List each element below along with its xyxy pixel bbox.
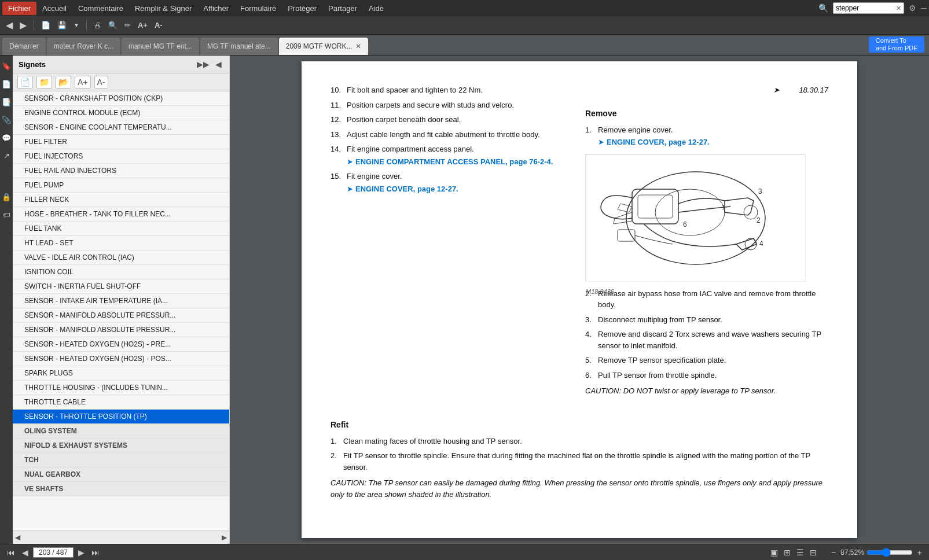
signet-item-ecm[interactable]: ENGINE CONTROL MODULE (ECM)	[13, 106, 229, 120]
svg-text:3: 3	[758, 187, 762, 196]
annot-btn[interactable]: ✏	[122, 20, 133, 31]
bookmark-icon[interactable]: 🔖	[0, 60, 13, 72]
remove-step6-text: Pull TP sensor from throttle spindle.	[598, 370, 717, 381]
signet-text-smaller-btn[interactable]: A-	[94, 76, 108, 89]
signet-item-filler-neck[interactable]: FILLER NECK	[13, 193, 229, 207]
find-btn[interactable]: 🔍	[106, 20, 120, 31]
first-page-btn[interactable]: ⏮	[5, 548, 17, 557]
tag-icon[interactable]: 🏷	[1, 209, 12, 221]
signet-item-sensor-ho2s-pre[interactable]: SENSOR - HEATED OXYGEN (HO2S) - PRE...	[13, 337, 229, 352]
sidebar-close-btn[interactable]: ◀	[214, 59, 223, 69]
sidebar-toolbar: 📄 📁 📂 A+ A-	[13, 73, 229, 91]
convert-btn[interactable]: Convert To and From PDF	[869, 36, 924, 53]
text-minus-btn[interactable]: A-	[152, 20, 165, 31]
minimize-icon[interactable]: ─	[921, 3, 927, 13]
search-clear-icon[interactable]: ✕	[896, 5, 901, 12]
step15-link[interactable]: ENGINE COVER, page 12-27.	[355, 183, 458, 195]
menu-aide[interactable]: Aide	[363, 2, 390, 15]
content-area[interactable]: ➤ 18.30.17 Remove 1. Remove engine cover…	[230, 56, 929, 544]
print-btn[interactable]: 🖨	[91, 20, 104, 31]
search-bar[interactable]: ✕	[833, 2, 904, 14]
tab-close-icon[interactable]: ✕	[355, 42, 361, 50]
signet-item-sensor-tp[interactable]: SENSOR - THROTTLE POSITION (TP)	[13, 410, 229, 424]
lock-icon[interactable]: 🔒	[0, 191, 13, 203]
signet-collapse-btn[interactable]: 📂	[56, 76, 71, 89]
menu-afficher[interactable]: Afficher	[197, 2, 234, 15]
signet-item-manual-gearbox[interactable]: NUAL GEARBOX	[13, 467, 229, 482]
zoom-out-btn[interactable]: −	[829, 548, 838, 557]
layers-icon[interactable]: 📑	[0, 96, 13, 108]
signet-item-fuel-tank[interactable]: FUEL TANK	[13, 222, 229, 236]
scroll-right-icon[interactable]: ▶	[222, 533, 227, 541]
signet-item-fuel-filter[interactable]: FUEL FILTER	[13, 135, 229, 149]
menu-remplir[interactable]: Remplir & Signer	[129, 2, 197, 15]
signet-item-ect[interactable]: SENSOR - ENGINE COOLANT TEMPERATU...	[13, 120, 229, 135]
engine-cover-link[interactable]: ENGINE COVER, page 12-27.	[607, 137, 710, 148]
signet-new-btn[interactable]: 📄	[17, 76, 33, 89]
signet-item-fuel-rail[interactable]: FUEL RAIL AND INJECTORS	[13, 164, 229, 178]
attach-icon[interactable]: 📎	[0, 114, 13, 126]
prev-page-btn[interactable]: ◀	[20, 548, 31, 557]
signet-item-sensor-map2[interactable]: SENSOR - MANIFOLD ABSOLUTE PRESSUR...	[13, 323, 229, 337]
settings-icon[interactable]: ⚙	[909, 3, 916, 13]
signet-item-manifold-exhaust[interactable]: NIFOLD & EXHAUST SYSTEMS	[13, 439, 229, 453]
step14-link[interactable]: ENGINE COMPARTMENT ACCESS PANEL, page 76…	[355, 156, 553, 168]
forward-btn[interactable]: ▶	[17, 19, 29, 32]
zoom-in-btn[interactable]: +	[915, 548, 924, 557]
back-btn[interactable]: ◀	[3, 19, 15, 32]
share-icon[interactable]: ↗	[2, 150, 12, 162]
tab-2009-mgtf[interactable]: 2009 MGTF WORK... ✕	[279, 38, 369, 55]
search-input[interactable]	[836, 4, 894, 12]
tab-moteur[interactable]: moteur Rover K c...	[47, 38, 120, 55]
signet-item-sensor-ho2s-post[interactable]: SENSOR - HEATED OXYGEN (HO2S) - POS...	[13, 352, 229, 366]
signet-item-hose-breather[interactable]: HOSE - BREATHER - TANK TO FILLER NEC...	[13, 207, 229, 222]
signet-item-valve-iac[interactable]: VALVE - IDLE AIR CONTROL (IAC)	[13, 250, 229, 265]
sidebar-scroll-bottom[interactable]: ◀ ▶	[13, 530, 229, 544]
step14-ref-icon: ➤	[347, 156, 353, 168]
signet-item-fuel-injectors[interactable]: FUEL INJECTORS	[13, 149, 229, 164]
tab-manuel-mgtf[interactable]: manuel MG TF ent...	[122, 38, 199, 55]
two-page-scroll-btn[interactable]: ⊟	[808, 548, 818, 557]
single-page-btn[interactable]: ▣	[769, 548, 780, 557]
signet-item-cooling-system[interactable]: OLING SYSTEM	[13, 424, 229, 439]
signet-item-ignition-coil[interactable]: IGNITION COIL	[13, 265, 229, 279]
scroll-left-icon[interactable]: ◀	[15, 533, 20, 541]
tab-demarrer[interactable]: Démarrer	[2, 38, 46, 55]
signet-item-throttle-housing[interactable]: THROTTLE HOUSING - (INCLUDES TUNIN...	[13, 381, 229, 395]
signet-item-sensor-iat[interactable]: SENSOR - INTAKE AIR TEMPERATURE (IA...	[13, 294, 229, 308]
signet-item-ve-shafts[interactable]: VE SHAFTS	[13, 482, 229, 496]
signet-item-ht-lead[interactable]: HT LEAD - SET	[13, 236, 229, 250]
save-arrow-btn[interactable]: ▼	[71, 21, 82, 30]
signet-item-sensor-map1[interactable]: SENSOR - MANIFOLD ABSOLUTE PRESSUR...	[13, 308, 229, 323]
sidebar-title: Signets	[19, 60, 46, 69]
signet-item-spark-plugs[interactable]: SPARK PLUGS	[13, 366, 229, 381]
signet-text-larger-btn[interactable]: A+	[75, 76, 91, 89]
menu-formulaire[interactable]: Formulaire	[234, 2, 282, 15]
menu-fichier[interactable]: Fichier	[2, 2, 36, 15]
new-doc-btn[interactable]: 📄	[39, 20, 53, 31]
page-input[interactable]	[33, 547, 74, 558]
zoom-slider[interactable]	[866, 548, 913, 557]
save-btn[interactable]: 💾	[55, 20, 69, 31]
menu-proteger[interactable]: Protéger	[282, 2, 322, 15]
signet-item-throttle-cable[interactable]: THROTTLE CABLE	[13, 395, 229, 410]
last-page-btn[interactable]: ⏭	[89, 548, 102, 557]
menu-commentaire[interactable]: Commentaire	[72, 2, 129, 15]
tab-mgtf-atelier[interactable]: MG TF manuel ate...	[200, 38, 278, 55]
status-bar: ⏮ ◀ ▶ ⏭ ▣ ⊞ ☰ ⊟ − 87,52% +	[0, 544, 929, 560]
signet-item-fuel-pump[interactable]: FUEL PUMP	[13, 178, 229, 193]
sidebar-expand-btn[interactable]: ▶▶	[195, 59, 211, 69]
page-icon[interactable]: 📄	[0, 78, 13, 90]
signet-item-tch[interactable]: TCH	[13, 453, 229, 467]
signet-item-ckp[interactable]: SENSOR - CRANKSHAFT POSITION (CKP)	[13, 91, 229, 106]
text-btn[interactable]: A+	[135, 20, 150, 31]
scroll-btn[interactable]: ☰	[795, 548, 806, 557]
next-page-btn[interactable]: ▶	[76, 548, 87, 557]
comment-icon[interactable]: 💬	[0, 132, 13, 144]
menu-partager[interactable]: Partager	[322, 2, 363, 15]
signet-item-switch-inertia[interactable]: SWITCH - INERTIA FUEL SHUT-OFF	[13, 279, 229, 294]
two-page-btn[interactable]: ⊞	[782, 548, 792, 557]
diagram-label: M18 0436	[586, 287, 805, 297]
signet-expand-btn[interactable]: 📁	[36, 76, 52, 89]
menu-accueil[interactable]: Accueil	[36, 2, 72, 15]
